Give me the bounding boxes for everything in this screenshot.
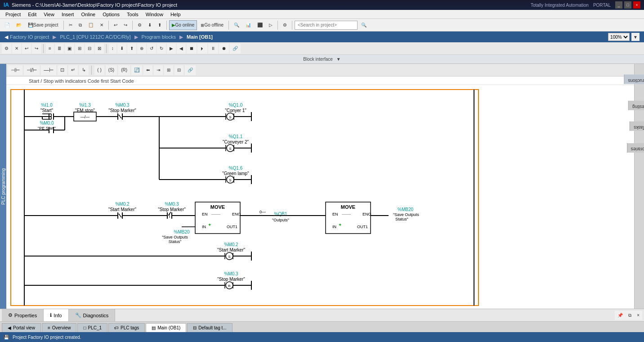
bt14[interactable]: ⊕: [137, 44, 146, 54]
copy-btn[interactable]: ⧉: [76, 20, 85, 30]
save-btn[interactable]: 💾 Save project: [25, 20, 61, 30]
redo-btn[interactable]: ↪: [121, 20, 130, 30]
upload-btn[interactable]: ⬆: [155, 20, 164, 30]
cut-btn[interactable]: ✂: [66, 20, 75, 30]
lt13[interactable]: ⊞: [164, 65, 173, 75]
status-btn[interactable]: 📊: [243, 20, 254, 30]
brand-text: Totally Integrated Automation: [531, 3, 589, 8]
bt20[interactable]: ⏵: [197, 44, 207, 54]
bt15[interactable]: ↺: [147, 44, 156, 54]
breadcrumb-main[interactable]: Main [OB1]: [187, 34, 213, 40]
bt10[interactable]: ⊠: [95, 44, 104, 54]
props-float-btn[interactable]: ⧉: [626, 311, 634, 320]
lt15[interactable]: 🔗: [185, 65, 196, 75]
settings-btn[interactable]: ⚙: [280, 20, 290, 30]
bt23[interactable]: 🔗: [230, 44, 241, 54]
diag-btn[interactable]: 🔍: [231, 20, 242, 30]
props-close-btn[interactable]: ×: [634, 311, 642, 320]
btab-plc1[interactable]: □ PLC_1: [77, 323, 107, 332]
lt5[interactable]: ↵: [68, 65, 78, 75]
lt11[interactable]: ⬅: [143, 65, 152, 75]
right-tab-instructions[interactable]: Instructions: [624, 75, 644, 84]
bt12[interactable]: ⬇: [117, 44, 126, 54]
right-tab-libraries[interactable]: Libraries: [627, 144, 644, 153]
btab-defaulttag[interactable]: ⊟ Default tag t...: [187, 323, 232, 332]
bt19[interactable]: ⏹: [187, 44, 197, 54]
bt9[interactable]: ⊟: [85, 44, 94, 54]
lt2[interactable]: ⊣/⊢: [24, 65, 40, 75]
bt16[interactable]: ↻: [157, 44, 166, 54]
bt21[interactable]: ⏸: [208, 44, 218, 54]
props-tab-properties[interactable]: ⚙ Properties: [2, 309, 44, 321]
bt11[interactable]: ↕: [109, 44, 116, 54]
lt8[interactable]: (S): [106, 65, 117, 75]
bt4[interactable]: ↪: [32, 44, 41, 54]
bt5[interactable]: ≡: [46, 44, 54, 54]
lt3[interactable]: —⊢: [41, 65, 56, 75]
plc-programming-tab[interactable]: PLC programming: [0, 64, 6, 309]
lt4[interactable]: ⊡: [58, 65, 67, 75]
new-btn[interactable]: 📄: [2, 20, 13, 30]
undo-btn[interactable]: ↩: [111, 20, 120, 30]
paste-btn[interactable]: 📋: [85, 20, 96, 30]
bt1[interactable]: ⚙: [2, 44, 11, 54]
lt14[interactable]: ⊟: [174, 65, 183, 75]
bt3[interactable]: ↩: [22, 44, 31, 54]
close-btn[interactable]: ×: [633, 1, 640, 9]
menu-window[interactable]: Window: [142, 11, 167, 18]
menu-project[interactable]: Project: [2, 11, 24, 18]
menu-help[interactable]: Help: [167, 11, 184, 18]
block-interface-bar[interactable]: Block interface ▼: [0, 55, 644, 64]
bt18[interactable]: ◀: [177, 44, 186, 54]
svg-text:IN: IN: [332, 225, 336, 229]
breadcrumb-plc[interactable]: PLC_1 [CPU 1212C AC/DC/Rly]: [60, 34, 130, 40]
btab-overview[interactable]: ≡ Overview: [42, 323, 77, 332]
search-btn[interactable]: 🔍: [358, 20, 369, 30]
go-offline-btn[interactable]: ◼ Go offline: [198, 20, 226, 30]
right-tab-testing[interactable]: Testing: [628, 101, 644, 110]
open-btn[interactable]: 📂: [13, 20, 24, 30]
lt12[interactable]: ⇥: [154, 65, 163, 75]
lt6[interactable]: ↳: [79, 65, 89, 75]
props-tab-info[interactable]: ℹ Info: [44, 309, 68, 321]
menu-insert[interactable]: Insert: [58, 11, 78, 18]
menu-edit[interactable]: Edit: [24, 11, 40, 18]
btab-plctags[interactable]: 🏷 PLC tags: [108, 323, 145, 332]
bt13[interactable]: ⬆: [127, 44, 136, 54]
bt22[interactable]: ⏺: [219, 44, 229, 54]
props-tab-diagnostics[interactable]: 🔧 Diagnostics: [69, 309, 116, 321]
breadcrumb-factory[interactable]: Factory IO project: [10, 34, 49, 40]
bt7[interactable]: ▣: [65, 44, 74, 54]
stop-btn[interactable]: ⬛: [255, 20, 265, 30]
menu-view[interactable]: View: [40, 11, 58, 18]
maximize-btn[interactable]: □: [624, 1, 631, 9]
search-input[interactable]: [295, 21, 358, 30]
diagram-area[interactable]: %I1.0 "Start" %I1.3 "EM st: [6, 85, 634, 309]
bt2[interactable]: ✕: [12, 44, 21, 54]
lt10[interactable]: 🔄: [131, 65, 142, 75]
run-btn[interactable]: ▷: [266, 20, 275, 30]
bt6[interactable]: ≣: [55, 44, 64, 54]
bt17[interactable]: ▶: [167, 44, 176, 54]
zoom-menu-btn[interactable]: ▼: [631, 33, 640, 41]
minimize-btn[interactable]: _: [615, 1, 622, 9]
breadcrumb-arrow-left[interactable]: ◀: [4, 34, 8, 40]
download-btn[interactable]: ⬇: [145, 20, 154, 30]
menu-online[interactable]: Online: [77, 11, 99, 18]
menu-tools[interactable]: Tools: [123, 11, 142, 18]
lt1[interactable]: ⊣⊢: [8, 65, 22, 75]
lt9[interactable]: (R): [118, 65, 130, 75]
bt8[interactable]: ⊞: [75, 44, 84, 54]
breadcrumb-progblocks[interactable]: Program blocks: [142, 34, 176, 40]
delete-btn[interactable]: ✕: [97, 20, 106, 30]
right-tab-tasks[interactable]: Tasks: [630, 122, 644, 131]
btab-portal[interactable]: ◀ Portal view: [2, 323, 41, 332]
compile-btn[interactable]: ⚙: [135, 20, 144, 30]
props-pin-btn[interactable]: 📌: [615, 311, 626, 320]
go-online-btn[interactable]: ▶ Go online: [169, 20, 197, 30]
zoom-select[interactable]: 100% 75% 125% 150%: [608, 33, 630, 41]
menu-options[interactable]: Options: [99, 11, 123, 18]
btab-main[interactable]: ▤ Main (OB1): [146, 323, 186, 332]
lt7[interactable]: ( ): [94, 65, 104, 75]
svg-text:%MB20: %MB20: [398, 207, 413, 212]
